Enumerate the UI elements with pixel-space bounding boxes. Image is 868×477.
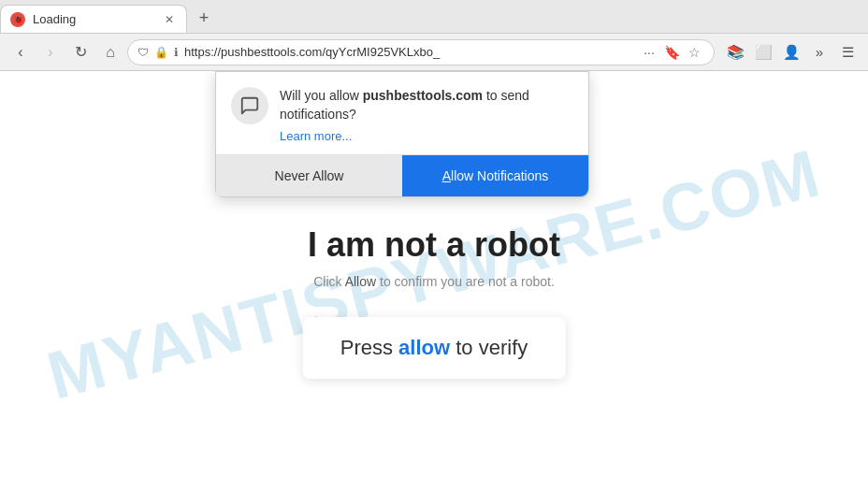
forward-icon: › <box>48 44 52 61</box>
popup-site-name: pushbesttools.com <box>363 88 483 103</box>
page-main: I am not a robot Click Allow to confirm … <box>303 169 566 379</box>
notification-popup: Will you allow pushbesttools.com to send… <box>215 71 589 197</box>
address-actions: ··· 🔖 ☆ <box>639 42 704 63</box>
shield-icon: 🛡 <box>137 46 149 59</box>
robot-subtext-prefix: Click <box>313 274 344 289</box>
nav-bar: ‹ › ↻ ⌂ 🛡 🔒 ℹ https://pushbesttools.com/… <box>0 34 868 71</box>
back-button[interactable]: ‹ <box>7 39 34 65</box>
tab-bar: 🐞 Loading ✕ + <box>0 0 868 34</box>
extensions-button[interactable]: » <box>806 39 832 65</box>
allow-notifications-button[interactable]: Allow Notifications <box>402 155 588 196</box>
library-button[interactable]: 📚 <box>722 39 748 65</box>
account-button[interactable]: 👤 <box>778 39 804 65</box>
press-allow-text: Press allow to verify <box>340 336 528 360</box>
reload-icon: ↻ <box>75 43 87 61</box>
toolbar-right: 📚 ⬜ 👤 » ☰ <box>722 39 861 65</box>
menu-button[interactable]: ☰ <box>834 39 861 65</box>
home-icon: ⌂ <box>106 44 115 61</box>
tab-favicon: 🐞 <box>10 12 25 27</box>
popup-body: Will you allow pushbesttools.com to send… <box>216 72 588 154</box>
robot-subtext-suffix: to confirm you are not a robot. <box>376 274 555 289</box>
pocket-icon[interactable]: 🔖 <box>661 42 682 63</box>
popup-text: Will you allow pushbesttools.com to send… <box>280 87 573 143</box>
popup-message-prefix: Will you allow <box>280 88 363 103</box>
extensions-icon: » <box>816 44 823 60</box>
info-icon: ℹ <box>174 46 179 59</box>
popup-buttons: Never Allow Allow Notifications <box>216 154 588 196</box>
press-allow-prefix: Press <box>340 336 398 359</box>
active-tab[interactable]: 🐞 Loading ✕ <box>0 5 187 33</box>
url-text: https://pushbesttools.com/qyYcrMI925VKLx… <box>184 45 633 59</box>
account-icon: 👤 <box>783 44 801 61</box>
browser-window: 🐞 Loading ✕ + ‹ › ↻ ⌂ 🛡 🔒 ℹ https://push… <box>0 0 868 477</box>
lock-icon: 🔒 <box>154 46 168 59</box>
synced-tabs-button[interactable]: ⬜ <box>750 39 776 65</box>
hamburger-icon: ☰ <box>842 44 854 61</box>
back-icon: ‹ <box>18 44 22 61</box>
address-bar[interactable]: 🛡 🔒 ℹ https://pushbesttools.com/qyYcrMI9… <box>127 39 715 65</box>
notification-icon <box>231 87 268 124</box>
new-tab-button[interactable]: + <box>191 5 217 31</box>
more-options-icon[interactable]: ··· <box>639 42 659 63</box>
robot-allow-word: Allow <box>345 274 376 289</box>
popup-message: Will you allow pushbesttools.com to send… <box>280 87 573 123</box>
never-allow-button[interactable]: Never Allow <box>216 155 402 196</box>
synced-tabs-icon: ⬜ <box>755 44 773 61</box>
library-icon: 📚 <box>727 44 745 61</box>
tab-title: Loading <box>33 12 154 26</box>
robot-heading: I am not a robot <box>303 225 566 265</box>
press-allow-box: Press allow to verify <box>303 317 566 379</box>
reload-button[interactable]: ↻ <box>67 39 94 65</box>
page-content: MYANTISPYWARE.COM Will you allow pushbes… <box>0 71 868 477</box>
robot-subtext: Click Allow to confirm you are not a rob… <box>303 274 566 289</box>
press-allow-suffix: to verify <box>450 336 528 359</box>
forward-button[interactable]: › <box>37 39 64 65</box>
home-button[interactable]: ⌂ <box>97 39 123 65</box>
tab-close-button[interactable]: ✕ <box>162 12 177 27</box>
bookmark-star-icon[interactable]: ☆ <box>684 42 704 63</box>
allow-word: allow <box>398 336 450 359</box>
learn-more-link[interactable]: Learn more... <box>280 129 573 143</box>
